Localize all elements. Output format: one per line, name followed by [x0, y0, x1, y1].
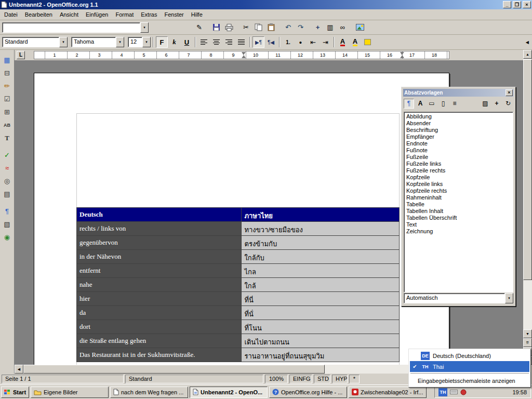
status-page-style[interactable]: Standard — [125, 375, 263, 383]
italic-button[interactable]: k — [168, 36, 180, 48]
style-list-item[interactable]: Kopfzeile rechts — [405, 188, 513, 194]
scroll-left-button[interactable]: ◀ — [15, 365, 23, 374]
language-menu-item-german[interactable]: DE Deutsch (Deutschland) — [410, 350, 529, 361]
style-list-item[interactable]: Zeichnung — [405, 228, 513, 235]
previous-page-button[interactable]: ⇈ — [523, 338, 532, 347]
hyperlink-button[interactable]: ∞ — [337, 22, 349, 33]
style-filter-dropdown-arrow[interactable]: ▼ — [505, 293, 513, 303]
window-titlebar[interactable]: Unbenannt2 - OpenOffice.org 1.1 _ ❐ × — [0, 0, 532, 9]
data-sources-button[interactable]: ▤ — [1, 188, 14, 200]
insert-objects-button[interactable]: ⊞ — [1, 106, 14, 118]
status-hyperlink-mode[interactable]: HYP — [332, 375, 348, 383]
copy-button[interactable] — [252, 22, 264, 33]
font-color-button[interactable]: A — [337, 36, 349, 48]
edit-file-button[interactable]: ✎ — [193, 22, 205, 33]
tab-stop-selector[interactable]: L — [17, 51, 25, 59]
table-header-german[interactable]: Deutsch — [77, 208, 242, 222]
undo-button[interactable]: ↶ — [282, 22, 294, 33]
update-style-button[interactable]: ↻ — [503, 99, 513, 109]
toolbar-collapse-button[interactable]: ◀ — [526, 40, 529, 45]
vertical-scroll-thumb[interactable] — [523, 59, 532, 280]
spellcheck-button[interactable]: ✓ — [1, 149, 14, 161]
menu-bearbeiten[interactable]: Bearbeiten — [21, 10, 56, 19]
table-cell-german[interactable]: gegenübervon — [77, 236, 242, 250]
table-cell-thai[interactable]: ใกล้ — [242, 278, 400, 292]
style-filter-combo[interactable]: Automatisch ▼ — [404, 293, 513, 303]
table-cell-thai[interactable]: ทางขวา/ซายมือของ — [242, 222, 400, 236]
graphics-toggle-button[interactable]: ▧ — [1, 218, 14, 230]
style-list-item[interactable]: Abbildung — [405, 113, 513, 120]
table-cell-thai[interactable]: ไกล — [242, 264, 400, 278]
language-menu-footer-item[interactable]: Eingabegebietsschemaleiste anzeigen — [410, 375, 529, 386]
numbering-styles-button[interactable]: ≡ — [449, 99, 460, 109]
taskbar-item-unbenannt2[interactable]: Unbenannt2 - OpenO... — [190, 387, 268, 398]
taskbar-item-eigene-bilder[interactable]: Eigene Bilder — [31, 387, 109, 398]
highlighting-button[interactable]: A — [349, 36, 361, 48]
style-list-item[interactable]: Empfänger — [405, 134, 513, 140]
app-icon[interactable] — [1, 1, 7, 8]
tray-language-indicator[interactable]: TH — [438, 388, 447, 396]
table-cell-german[interactable]: die Straße entlang gehen — [77, 334, 242, 348]
insert-table-button[interactable]: ▦ — [1, 54, 14, 66]
menu-hilfe[interactable]: Hilfe — [188, 10, 206, 19]
paste-button[interactable] — [265, 22, 277, 33]
paragraph-background-button[interactable] — [362, 36, 374, 48]
fill-format-button[interactable]: ▨ — [480, 99, 490, 109]
redo-button[interactable]: ↷ — [295, 22, 307, 33]
table-cell-thai[interactable]: ตรงข้ามกับ — [242, 236, 400, 250]
paragraph-style-combo[interactable]: Standard ▼ — [2, 37, 68, 47]
decrease-indent-button[interactable]: ⇤ — [307, 36, 319, 48]
style-list-item[interactable]: Tabellen Inhalt — [405, 208, 513, 215]
status-selection-mode[interactable]: STD — [314, 375, 330, 383]
style-list-item[interactable]: Tabellen Überschrift — [405, 215, 513, 221]
start-button[interactable]: Start — [1, 387, 29, 398]
new-style-from-selection-button[interactable]: + — [491, 99, 502, 109]
style-list-item[interactable]: Fußnote — [405, 147, 513, 154]
bullets-button[interactable]: • — [295, 36, 307, 48]
menu-einfuegen[interactable]: Einfügen — [82, 10, 112, 19]
bold-button[interactable]: F — [156, 36, 168, 48]
style-list-item[interactable]: Beschriftung — [405, 127, 513, 134]
auto-spellcheck-button[interactable]: ≈ — [1, 162, 14, 174]
font-size-combo[interactable]: 12 ▼ — [128, 37, 151, 47]
draw-functions-button[interactable]: ✏ — [1, 80, 14, 92]
style-list-item[interactable]: Absender — [405, 120, 513, 127]
table-cell-german[interactable]: dort — [77, 320, 242, 334]
direct-cursor-button[interactable]: T — [1, 132, 14, 144]
table-cell-german[interactable]: da — [77, 306, 242, 320]
gallery-button[interactable] — [354, 22, 366, 33]
table-cell-german[interactable]: entfernt — [77, 264, 242, 278]
status-insert-mode[interactable]: EINFG — [289, 375, 312, 383]
font-name-combo[interactable]: Tahoma ▼ — [71, 37, 124, 47]
style-list-item[interactable]: Kopfzeile — [405, 174, 513, 181]
style-list-item[interactable]: Endnote — [405, 140, 513, 147]
style-list-item[interactable]: Fußzeile rechts — [405, 167, 513, 174]
online-layout-button[interactable]: ◉ — [1, 231, 14, 243]
table-cell-thai[interactable]: เดินไปตามถนน — [242, 334, 400, 348]
url-combo[interactable]: ▼ — [2, 22, 149, 33]
vertical-scrollbar[interactable]: ▲ ▼ ⇈ ○ ⇊ — [523, 50, 532, 365]
table-cell-thai[interactable]: ที่โนน — [242, 320, 400, 334]
cut-button[interactable]: ✂ — [240, 22, 252, 33]
align-center-button[interactable] — [210, 36, 222, 48]
taskbar-item-weg-fragen[interactable]: nach dem Weg fragen ... — [110, 387, 188, 398]
menu-extras[interactable]: Extras — [137, 10, 161, 19]
style-list-item[interactable]: Fußzeile links — [405, 161, 513, 167]
url-input[interactable] — [2, 22, 140, 33]
table-cell-thai[interactable]: ที่นั่ — [242, 306, 400, 320]
numbering-button[interactable]: 1. — [282, 36, 294, 48]
style-list-item[interactable]: Tabelle — [405, 201, 513, 208]
stylist-toggle-button[interactable]: ▥ — [324, 22, 336, 33]
table-cell-german[interactable]: Das Restaurant ist in der Sukhumvitstraß… — [77, 348, 242, 362]
menu-datei[interactable]: Datei — [1, 10, 21, 19]
table-cell-thai[interactable]: รานอาหานอยู่ที่ถนนสุขุมวิม — [242, 348, 400, 362]
document-page[interactable]: Deutsch ภาษาไทย rechts / links von ทางขว… — [34, 73, 449, 365]
align-left-button[interactable] — [198, 36, 210, 48]
restore-button[interactable]: ❐ — [513, 1, 521, 8]
scroll-down-button[interactable]: ▼ — [523, 329, 532, 338]
frame-styles-button[interactable]: ▭ — [427, 99, 437, 109]
underline-button[interactable]: U — [181, 36, 193, 48]
taskbar-item-hilfe[interactable]: ? OpenOffice.org Hilfe - ... — [269, 387, 347, 398]
form-functions-button[interactable]: ☑ — [1, 93, 14, 105]
save-button[interactable] — [210, 22, 222, 33]
